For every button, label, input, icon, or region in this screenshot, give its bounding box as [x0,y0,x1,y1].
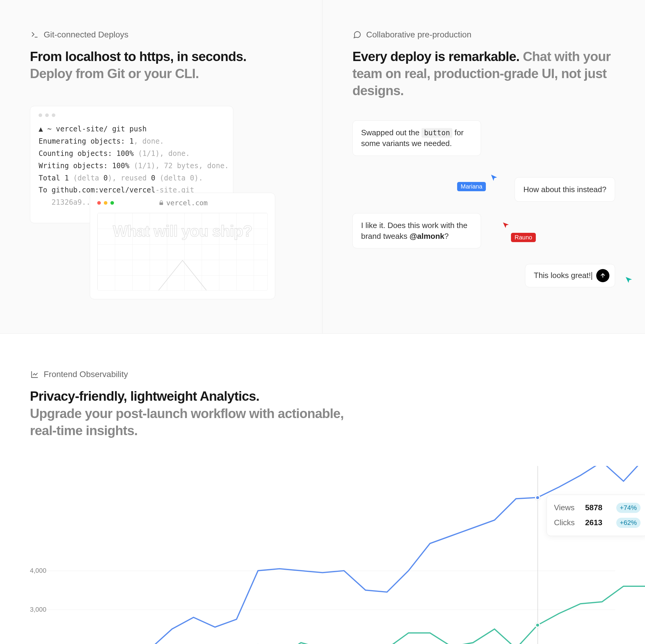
kicker-obs: Frontend Observability [30,369,615,379]
chat-bubble: Swapped out the button for some variants… [353,120,481,156]
kicker-deploys: Git-connected Deploys [30,30,292,39]
chat-icon [353,30,362,39]
mention: @almonk [410,231,444,240]
tooltip-label: Clicks [554,518,578,527]
cursor-icon [490,174,498,182]
tooltip-label: Views [554,503,578,512]
window-controls [97,201,114,205]
chart-point-views [535,495,540,500]
terminal-line: Enumerating objects: 1, done. [39,135,225,148]
browser-window: vercel.com What will you ship? [90,193,275,299]
tooltip-delta: +74% [616,503,641,513]
terminal-line: Total 1 (delta 0), reused 0 (delta 0). [39,172,225,184]
headline-strong: Every deploy is remarkable. [353,49,519,64]
chart-point-clicks [535,622,540,628]
chat-input-bubble[interactable]: This looks great! [525,264,615,287]
arrow-up-icon [600,272,606,279]
collab-panel: Collaborative pre-production Every deplo… [322,0,645,333]
headline-gray: Deploy from Git or your CLI. [30,66,199,81]
lock-icon [159,200,164,205]
obs-headline: Privacy-friendly, lightweight Analytics.… [30,387,359,439]
terminal-line: Writing objects: 100% (1/1), 72 bytes, d… [39,160,225,172]
chat-input-text: This looks great! [534,271,591,280]
line-chart-svg [0,466,645,644]
browser-hero: What will you ship? [97,213,268,291]
headline-strong: Privacy-friendly, lightweight Analytics. [30,389,259,404]
kicker-text: Collaborative pre-production [366,30,471,39]
triangle-graphic [153,255,212,290]
git-deploys-panel: Git-connected Deploys From localhost to … [0,0,322,333]
browser-titlebar: vercel.com [97,199,268,207]
kicker-text: Git-connected Deploys [44,30,128,39]
cursor-icon [502,221,510,229]
tooltip-value: 2613 [585,518,609,527]
browser-url: vercel.com [114,199,252,207]
user-badge: Mariana [457,182,486,191]
chart-crosshair [538,466,538,644]
analytics-chart: 1,000 2,000 3,000 4,000 Views 5878 +74% … [30,466,615,644]
text-caret [592,272,592,280]
kicker-collab: Collaborative pre-production [353,30,615,39]
send-button[interactable] [596,269,609,282]
terminal-line: ▲ ~ vercel-site/ git push [39,123,225,135]
user-badge: Rauno [511,233,536,242]
collab-headline: Every deploy is remarkable. Chat with yo… [353,48,615,99]
tooltip-value: 5878 [585,503,609,512]
observability-panel: Frontend Observability Privacy-friendly,… [0,334,645,644]
chart-icon [30,369,39,379]
headline-strong: From localhost to https, in seconds. [30,49,246,64]
chat-bubble: How about this instead? [514,177,615,202]
chat-bubble: I like it. Does this work with the brand… [353,213,481,249]
deploys-headline: From localhost to https, in seconds. Dep… [30,48,292,82]
code-inline: button [422,128,452,138]
tooltip-delta: +62% [616,518,641,528]
terminal-line: Counting objects: 100% (1/1), done. [39,148,225,160]
window-controls [39,114,225,117]
chart-tooltip: Views 5878 +74% Clicks 2613 +62% [547,495,645,536]
terminal-icon [30,30,39,39]
kicker-text: Frontend Observability [44,369,128,379]
headline-gray: Upgrade your post-launch workflow with a… [30,406,344,438]
cursor-icon [625,276,633,284]
